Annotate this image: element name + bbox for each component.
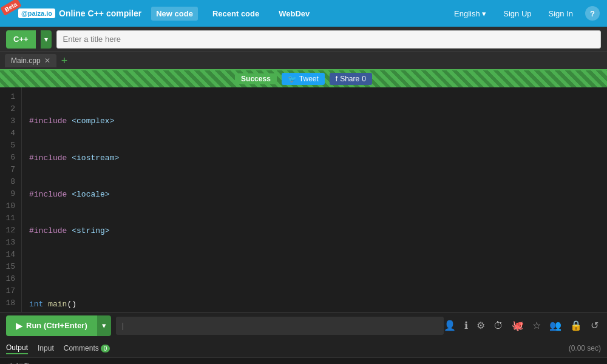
language-dropdown[interactable]: ▾ [41,30,52,49]
bottom-section: Output Input Comments0 (0.00 sec) 春灯島 るた… [0,339,607,364]
tweet-button[interactable]: 🐦 Tweet [282,73,325,85]
nav-right: English ▾ Sign Up Sign In ? [449,6,600,21]
status-bar: Success 🐦 Tweet f Share 0 [0,70,607,87]
toolbar-row: C++ ▾ [0,27,607,52]
tab-row: Main.cpp ✕ + [0,52,607,70]
line-numbers: 12345 678910 1112131415 1617181920 21222… [0,87,22,312]
nav-english[interactable]: English ▾ [449,7,491,21]
output-tab-input[interactable]: Input [38,343,54,354]
tab-label: Main.cpp [11,56,41,65]
run-button[interactable]: ▶ Run (Ctrl+Enter) [6,315,97,336]
output-timing: (0.00 sec) [569,344,601,352]
star-icon[interactable]: ☆ [532,320,541,331]
team-icon[interactable]: 👥 [549,320,561,331]
github-icon[interactable]: 🐙 [512,320,524,331]
code-content[interactable]: #include <complex> #include <iostream> #… [22,87,607,312]
tweet-label: Tweet [299,75,319,83]
stdin-input[interactable] [116,317,444,335]
help-button[interactable]: ? [585,6,600,21]
site-title: Online C++ compiler [59,8,141,18]
lock-icon[interactable]: 🔒 [570,320,582,331]
top-navigation: Beta @paiza.io Online C++ compiler New c… [0,0,607,27]
tab-main-cpp[interactable]: Main.cpp ✕ [5,54,56,67]
title-input[interactable] [56,30,601,49]
output-tabs: Output Input Comments0 (0.00 sec) [0,339,607,358]
success-badge: Success [235,73,277,84]
bottom-icons: 👤 ℹ ⚙ ⏱ 🐙 ☆ 👥 🔒 ↺ [444,320,601,331]
output-tab-output[interactable]: Output [6,342,28,354]
bottom-toolbar: ▶ Run (Ctrl+Enter) ▾ 👤 ℹ ⚙ ⏱ 🐙 ☆ 👥 🔒 ↺ [0,312,607,339]
nav-recent-code[interactable]: Recent code [208,7,264,21]
nav-signup[interactable]: Sign Up [498,7,536,21]
share-count: 0 [362,75,366,83]
settings-icon[interactable]: ⚙ [476,320,485,331]
clock-icon[interactable]: ⏱ [493,320,503,331]
logo-icon: @paiza.io [18,8,55,18]
facebook-icon: f [336,75,337,83]
nav-new-code[interactable]: New code [151,7,198,21]
twitter-icon: 🐦 [288,75,297,83]
nav-signin[interactable]: Sign In [544,7,578,21]
share-label: Share [340,75,359,83]
output-line-1: 春灯島 [7,362,600,364]
logo-area: @paiza.io Online C++ compiler [18,8,141,18]
facebook-share-button[interactable]: f Share 0 [330,73,372,85]
output-content: 春灯島 るた Text ▾ [0,358,607,364]
code-editor[interactable]: 12345 678910 1112131415 1617181920 21222… [0,87,607,312]
output-tab-comments[interactable]: Comments0 [64,343,110,354]
language-button[interactable]: C++ [6,30,36,49]
info-icon[interactable]: ℹ [464,320,468,331]
run-dropdown[interactable]: ▾ [97,315,111,336]
refresh-icon[interactable]: ↺ [591,320,599,331]
play-icon: ▶ [16,321,22,331]
nav-webdev[interactable]: WebDev [274,7,314,21]
tab-add-button[interactable]: + [59,55,70,66]
run-label: Run (Ctrl+Enter) [26,321,87,330]
tab-close-icon[interactable]: ✕ [44,57,50,64]
comments-count-badge: 0 [101,345,110,352]
user-icon[interactable]: 👤 [444,320,456,331]
